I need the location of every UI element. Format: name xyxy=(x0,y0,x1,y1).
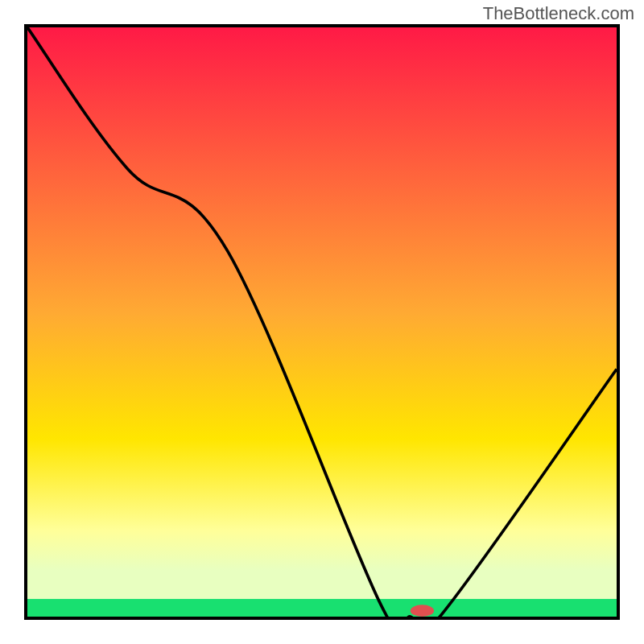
chart-svg xyxy=(27,27,617,617)
green-band xyxy=(27,599,617,617)
chart-container: TheBottleneck.com xyxy=(0,0,644,644)
gradient-background xyxy=(27,27,617,599)
optimal-marker xyxy=(411,605,434,617)
chart-frame xyxy=(24,24,620,620)
watermark-text: TheBottleneck.com xyxy=(483,3,634,24)
